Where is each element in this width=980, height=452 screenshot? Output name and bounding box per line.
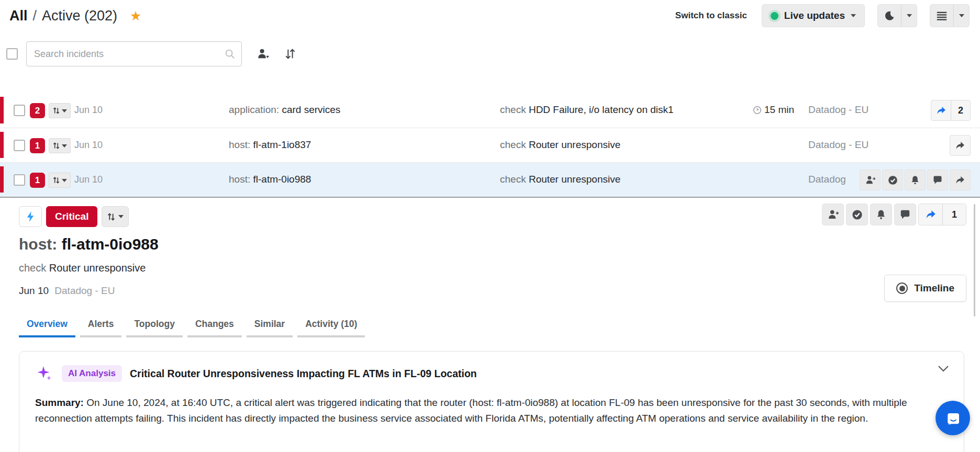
dark-mode-button[interactable] bbox=[878, 5, 901, 27]
row-priority-button[interactable] bbox=[49, 173, 71, 188]
breadcrumb-separator: / bbox=[33, 8, 37, 24]
entity-tag-label: host: bbox=[229, 174, 250, 185]
chevron-down-icon bbox=[851, 14, 856, 17]
search-input[interactable] bbox=[26, 41, 242, 66]
sort-order-button[interactable] bbox=[284, 48, 296, 60]
incident-entity: host: fl-atm-1io837 bbox=[229, 139, 311, 151]
snooze-button[interactable] bbox=[870, 204, 892, 225]
tab-overview[interactable]: Overview bbox=[19, 319, 75, 337]
sort-arrows-icon bbox=[107, 212, 115, 221]
collapse-chevron-icon[interactable] bbox=[938, 365, 949, 375]
assign-user-icon bbox=[827, 209, 839, 220]
incident-row[interactable]: 2 Jun 10 application: card services chec… bbox=[0, 93, 980, 128]
row-actions bbox=[860, 170, 971, 190]
alert-count-badge[interactable]: 2 bbox=[30, 103, 45, 118]
share-button[interactable] bbox=[950, 135, 971, 156]
share-icon bbox=[955, 175, 965, 185]
ai-analysis-card: AI Analysis Critical Router Unresponsive… bbox=[19, 351, 964, 452]
breadcrumb-view[interactable]: Active (202) bbox=[42, 8, 117, 24]
check-tag-label: check bbox=[19, 262, 46, 274]
row-checkbox[interactable] bbox=[14, 174, 25, 186]
share-button[interactable]: 1 bbox=[918, 204, 966, 225]
check-tag-value: Router unresponsive bbox=[49, 262, 146, 274]
row-priority-button[interactable] bbox=[49, 138, 71, 153]
alert-count-badge[interactable]: 1 bbox=[30, 173, 45, 188]
tab-changes[interactable]: Changes bbox=[187, 319, 242, 337]
scrollbar-thumb[interactable] bbox=[974, 204, 975, 317]
row-checkbox[interactable] bbox=[14, 140, 25, 151]
chat-bubble-icon bbox=[943, 409, 962, 427]
breadcrumb-environment[interactable]: All bbox=[9, 8, 28, 24]
check-circle-icon bbox=[851, 209, 863, 221]
density-options-button[interactable] bbox=[953, 5, 969, 27]
ai-analysis-badge: AI Analysis bbox=[62, 365, 122, 382]
resolve-button[interactable] bbox=[882, 170, 903, 190]
alert-count-badge[interactable]: 1 bbox=[30, 138, 45, 153]
assign-user-icon bbox=[865, 175, 876, 185]
incident-source: Datadog - EU bbox=[808, 104, 868, 116]
check-tag-label: check bbox=[500, 174, 526, 185]
clock-icon bbox=[753, 106, 762, 115]
tab-alerts[interactable]: Alerts bbox=[80, 319, 122, 337]
live-status-dot-icon bbox=[771, 12, 778, 20]
row-checkbox[interactable] bbox=[14, 105, 25, 116]
summary-label: Summary: bbox=[35, 397, 84, 408]
chevron-down-icon bbox=[62, 179, 67, 182]
share-icon bbox=[919, 204, 942, 225]
check-tag-value: Router unresponsive bbox=[529, 139, 620, 150]
tab-similar[interactable]: Similar bbox=[247, 319, 293, 337]
timeline-button[interactable]: Timeline bbox=[884, 275, 966, 302]
severity-badge[interactable]: Critical bbox=[46, 206, 97, 227]
theme-options-button[interactable] bbox=[901, 5, 917, 27]
hamburger-lines-icon bbox=[936, 10, 948, 21]
share-button[interactable] bbox=[950, 170, 971, 190]
moon-icon bbox=[884, 10, 895, 21]
incident-row[interactable]: 1 Jun 10 host: fl-atm-1io837 check Route… bbox=[0, 128, 980, 162]
share-count: 1 bbox=[942, 204, 966, 225]
title-tag-value: fl-atm-0io988 bbox=[62, 235, 159, 253]
sort-arrows-icon bbox=[53, 176, 60, 184]
chat-widget-button[interactable] bbox=[936, 401, 970, 435]
incident-date: Jun 10 bbox=[74, 174, 103, 185]
title-tag-label: host: bbox=[19, 235, 57, 253]
row-priority-button[interactable] bbox=[49, 103, 71, 118]
favorite-star-icon[interactable]: ★ bbox=[130, 8, 141, 24]
timeline-label: Timeline bbox=[914, 282, 954, 294]
comment-icon bbox=[932, 175, 943, 185]
timeline-radio-icon bbox=[896, 282, 908, 294]
resolve-button[interactable] bbox=[846, 204, 868, 225]
tab-topology[interactable]: Topology bbox=[126, 319, 182, 337]
chevron-down-icon bbox=[907, 14, 912, 17]
incident-list: 2 Jun 10 application: card services chec… bbox=[0, 93, 980, 197]
incident-source: Datadog bbox=[808, 174, 846, 185]
detail-priority-button[interactable] bbox=[102, 206, 129, 227]
tab-activity[interactable]: Activity (10) bbox=[297, 319, 365, 337]
entity-tag-label: application: bbox=[229, 104, 279, 115]
incident-entity: host: fl-atm-0io988 bbox=[229, 174, 311, 185]
share-icon bbox=[931, 100, 951, 120]
assign-button[interactable] bbox=[822, 204, 844, 225]
entity-tag-value: card services bbox=[282, 104, 340, 115]
live-updates-button[interactable]: Live updates bbox=[762, 4, 865, 27]
incident-date: Jun 10 bbox=[19, 285, 49, 296]
comment-button[interactable] bbox=[894, 204, 916, 225]
assignee-filter-button[interactable] bbox=[257, 48, 270, 60]
ai-analysis-header[interactable]: AI Analysis Critical Router Unresponsive… bbox=[35, 364, 948, 383]
search-icon bbox=[224, 48, 236, 62]
severity-bar bbox=[0, 97, 4, 123]
list-density-button[interactable] bbox=[930, 5, 953, 27]
comment-button[interactable] bbox=[927, 170, 948, 190]
incident-check: check Router unresponsive bbox=[500, 139, 620, 151]
snooze-button[interactable] bbox=[905, 170, 926, 190]
lightning-bolt-icon bbox=[25, 210, 36, 223]
comment-icon bbox=[899, 209, 911, 220]
sparkle-icon bbox=[35, 364, 54, 383]
detail-tabs: Overview Alerts Topology Changes Similar… bbox=[19, 319, 980, 337]
switch-to-classic-link[interactable]: Switch to classic bbox=[675, 10, 747, 21]
correlation-button[interactable] bbox=[19, 206, 42, 227]
incident-row-selected[interactable]: 1 Jun 10 host: fl-atm-0io988 check Route… bbox=[0, 162, 980, 197]
share-button[interactable]: 2 bbox=[931, 100, 971, 121]
select-all-checkbox[interactable] bbox=[6, 48, 18, 60]
assign-button[interactable] bbox=[860, 170, 881, 190]
incident-check-line: check Router unresponsive bbox=[19, 262, 980, 274]
